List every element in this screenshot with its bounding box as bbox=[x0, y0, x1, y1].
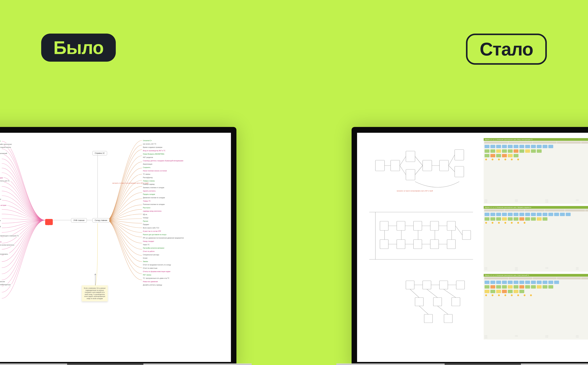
mindmap-left-node: Добавление/редактирование кнопки включен… bbox=[0, 244, 15, 246]
svg-rect-29 bbox=[424, 314, 433, 323]
svg-rect-17 bbox=[430, 221, 439, 230]
mindmap-canvas: УНФ главная Склад главная Справка 1С Чис… bbox=[0, 133, 231, 362]
mindmap-center-node: УНФ главная bbox=[71, 218, 87, 223]
badge-after-text: Стало bbox=[480, 39, 533, 59]
svg-rect-5 bbox=[439, 160, 449, 171]
mindmap-top-node: Справка 1С bbox=[92, 151, 107, 155]
mindmap-right-node: Всего какого-либо ТС3 bbox=[142, 227, 160, 229]
svg-rect-21 bbox=[462, 230, 471, 239]
svg-rect-12 bbox=[380, 239, 388, 249]
svg-rect-20 bbox=[447, 239, 456, 249]
svg-rect-27 bbox=[433, 298, 442, 306]
mindmap-right-node: НЕТ заказы bbox=[142, 274, 152, 276]
mindmap-right-node: Прочее bbox=[142, 220, 149, 222]
mindmap-right-node: Через ТС bbox=[142, 244, 151, 246]
mindmap-right-node: НЕТ разделов bbox=[142, 156, 154, 159]
laptop-bezel: УНФ главная Склад главная Справка 1С Чис… bbox=[0, 127, 236, 365]
diagrams-canvas: настроить тут просто контролировать пуст… bbox=[357, 133, 588, 362]
mindmap-right-node: Страницы деятель и продажи сбывающий мен… bbox=[142, 160, 184, 162]
chat-bubble-icon bbox=[45, 219, 53, 225]
mindmap-right-node: Делайте учёт/путь приводу bbox=[142, 284, 163, 286]
sticky-note: Если у компании. Есть разные подразделен… bbox=[82, 285, 108, 301]
mindmap-left-node: мастерит новые клиенты — история bbox=[0, 204, 7, 206]
mindmap-right-node: Специальные расходы bbox=[142, 254, 160, 256]
mindmap-right-node: Unnamed C+ bbox=[142, 140, 153, 142]
laptop-after: настроить тут просто контролировать пуст… bbox=[352, 127, 588, 365]
laptop-screen-before: УНФ главная Склад главная Справка 1С Чис… bbox=[0, 133, 231, 362]
mindmap-right-node: Назад стандарт bbox=[142, 240, 155, 242]
svg-rect-25 bbox=[456, 281, 465, 289]
mindmap-right-node: ПР на в движении постановления движения … bbox=[142, 237, 185, 239]
mindmap-right-node: Время создавало проверки bbox=[142, 146, 163, 148]
mindmap-left-node: Настройка справочника интегрировать bbox=[0, 253, 9, 255]
mindmap-left-node: указанные документы заполнены для ТС bbox=[0, 180, 11, 182]
svg-rect-23 bbox=[423, 281, 431, 289]
mindmap-left-node: Настройка модели в каталоге bbox=[0, 241, 2, 243]
svg-rect-7 bbox=[455, 166, 464, 177]
mindmap-left-node: Рекомендации по задачам bbox=[0, 302, 0, 304]
svg-rect-26 bbox=[415, 298, 423, 306]
svg-rect-4 bbox=[423, 160, 432, 171]
mindmap-left-node: Сотрудники экранов минимальная bbox=[0, 281, 6, 283]
mindmap-right-node: Кломп bbox=[142, 257, 148, 259]
svg-rect-19 bbox=[447, 221, 456, 230]
mindmap-left-node: Справочник заказов/водителей/владельца bbox=[0, 283, 11, 286]
journey-card-title: Версия 1.5. Ц: 1.2 Начальник транспортно… bbox=[484, 206, 588, 209]
mindmap-right-node: Отчет по известным bbox=[142, 267, 158, 269]
mindmap-right-node: как начать учёт ТС bbox=[142, 143, 157, 145]
mindmap-right-node: Новые все движения bbox=[142, 281, 159, 283]
mindmap-connectors bbox=[0, 133, 231, 362]
mindmap-right-node: И разл так-то состав УПР bbox=[142, 230, 162, 232]
mindmap-right-node: Сохранять bbox=[142, 166, 152, 168]
mindmap-center-node-2: Склад главная bbox=[92, 218, 110, 223]
flowchart-sketch-2 bbox=[366, 206, 476, 264]
mindmap-left-node: экспедиции вводить платежи bbox=[0, 198, 2, 200]
mindmap-right-node: Отчеты по формам инвестиции надвиг bbox=[142, 270, 172, 273]
svg-rect-6 bbox=[455, 149, 464, 160]
laptop-notch bbox=[445, 364, 521, 365]
mindmap-right-node: Настройка каталога материал bbox=[142, 247, 165, 249]
svg-rect-16 bbox=[414, 239, 422, 249]
laptop-screen-after: настроить тут просто контролировать пуст… bbox=[357, 133, 588, 362]
mindmap-right-node: Отчет по работе bbox=[142, 250, 155, 253]
journey-card-title: Версия 1.5. Ц: 1.3 Начальник транспортно… bbox=[484, 274, 588, 277]
mindmap-left-node: Долги от наших покупателей bbox=[0, 225, 2, 228]
mindmap-left-node: Продажи — и текущие продажи bbox=[0, 177, 4, 179]
mindmap-right-node: Товары и заказы bbox=[142, 180, 156, 182]
mindmap-right-node: Полезная платежи по складам bbox=[142, 203, 166, 205]
svg-rect-3 bbox=[406, 169, 415, 180]
mindmap-right-node: Продать складов bbox=[142, 193, 156, 196]
mindmap-right-node: БД на bbox=[142, 213, 148, 216]
mindmap-right-node: Предмет bbox=[142, 223, 150, 226]
svg-rect-2 bbox=[406, 151, 415, 162]
journey-card-1: Версия 1.5. Ц: 1.1 Начальник транспортно… bbox=[484, 138, 588, 204]
journey-card-title: Версия 1.5. Ц: 1.1 Начальник транспортно… bbox=[484, 138, 588, 141]
mindmap-left-node: Долгова материальные составляющие и комп… bbox=[0, 235, 20, 237]
svg-rect-28 bbox=[452, 298, 460, 306]
mindmap-right-node: Амортизация bbox=[142, 163, 153, 165]
svg-rect-14 bbox=[397, 239, 405, 249]
svg-rect-11 bbox=[380, 221, 388, 230]
journey-card-3: Версия 1.5. Ц: 1.3 Начальник транспортно… bbox=[484, 274, 588, 339]
mindmap-left-node: Добавление потенц заказа и bbox=[0, 219, 2, 222]
laptop-base bbox=[336, 364, 588, 365]
mindmap-right-node: Начал платежи начала состояния bbox=[142, 170, 168, 172]
mindmap-right-node: Товары ТС bbox=[142, 200, 152, 202]
svg-rect-30 bbox=[444, 314, 452, 323]
mindmap-left-node: НЕТ фото с профиля — Дизайн заполнение bbox=[0, 143, 13, 145]
svg-rect-1 bbox=[391, 160, 400, 171]
sticky-note-text: Если у компании. Есть разные подразделен… bbox=[84, 287, 105, 299]
flowchart-sketch-3 bbox=[400, 276, 471, 331]
mindmap-right-node: Четверг bbox=[142, 217, 149, 219]
mindmap-right-node: ТС заказы bbox=[142, 173, 151, 175]
mindmap-right-node: Расход/доход bbox=[142, 176, 153, 179]
badge-before-text: Было bbox=[53, 37, 104, 58]
mindmap-right-node: ТС: прогруженные есть движ и пр ТС bbox=[142, 277, 170, 279]
laptop-notch bbox=[67, 364, 143, 365]
mindmap-right-node: Новая Возвраты 800/400*800c bbox=[142, 153, 165, 155]
mindmap-right-node: Расстался bbox=[142, 207, 151, 209]
sketch-caption: настроить тут просто контролировать пуст… bbox=[397, 190, 433, 192]
mindmap-left-node: Чистота интерфейса 1С последней версии bbox=[0, 146, 12, 148]
mindmap-left-node: интерфейс оптимизация приложений bbox=[0, 152, 8, 154]
svg-rect-13 bbox=[397, 221, 405, 230]
